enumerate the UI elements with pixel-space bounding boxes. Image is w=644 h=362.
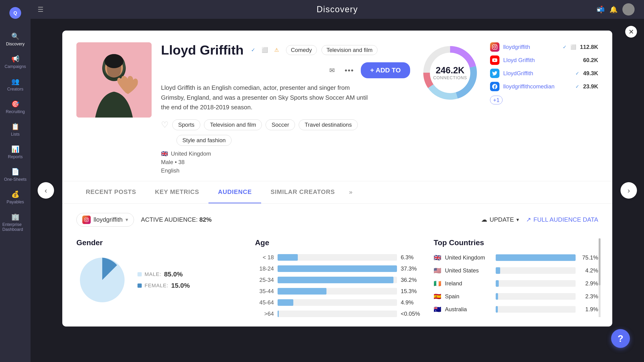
gender-section: Gender (76, 238, 241, 317)
sidebar-item-recruiting[interactable]: 🎯 Recruiting (0, 96, 30, 118)
sidebar-item-discovery[interactable]: 🔍 Discovery (0, 28, 30, 51)
sidebar-item-payables[interactable]: 💰 Payables (0, 186, 30, 209)
age-value-3: 15.3% (401, 288, 420, 294)
country-name-3: Spain (445, 293, 492, 300)
age-section: Age < 18 6.3% 18-24 37.3% 25-34 36.2% 35… (255, 238, 420, 317)
sidebar-item-creators[interactable]: 👥 Creators (0, 73, 30, 96)
country-bar-fill-3 (496, 293, 498, 300)
facebook-username[interactable]: lloydgriffithcomedian (503, 83, 572, 90)
alerts-icon[interactable]: 🔔 (610, 6, 618, 14)
female-value: 15.0% (171, 282, 190, 289)
instagram-verified-icon: ✓ (563, 44, 567, 50)
gender-legend: MALE: 85.0% FEMALE: 15.0% (138, 270, 190, 289)
add-to-button[interactable]: + ADD TO (361, 62, 410, 78)
country-bar-track-4 (496, 306, 576, 313)
age-label-4: 45-64 (255, 299, 274, 306)
active-audience-label: ACTIVE AUDIENCE: 82% (141, 216, 212, 223)
male-label: MALE: (144, 271, 161, 278)
country-bar-track-1 (496, 267, 576, 274)
full-audience-data-link[interactable]: ↗ FULL AUDIENCE DATA (526, 216, 598, 223)
facebook-icon (490, 82, 500, 91)
enterprise-icon: 🏢 (11, 213, 20, 221)
notifications-icon[interactable]: 📬 (596, 6, 605, 14)
scrollbar-track[interactable] (599, 238, 600, 317)
instagram-copy-icon[interactable]: ⬜ (570, 44, 576, 50)
scrollbar-thumb[interactable] (599, 238, 600, 285)
menu-icon[interactable]: ☰ (38, 6, 44, 14)
sidebar-label-discovery: Discovery (6, 42, 24, 46)
sidebar-item-lists[interactable]: 📋 Lists (0, 118, 30, 141)
country-row-0: 🇬🇧 United Kingdom 75.1% (434, 254, 598, 262)
social-row-twitter: LloydGriffith ✓ 49.3K (490, 69, 598, 78)
country-name-2: Ireland (445, 280, 492, 287)
instagram-count: 112.8K (580, 44, 598, 50)
instagram-username[interactable]: lloydgriffith (503, 44, 559, 50)
more-actions-icon[interactable]: ••• (344, 64, 355, 76)
modal-close-button[interactable]: ✕ (625, 26, 637, 38)
age-bar-fill-4 (278, 299, 293, 306)
country-flag-2: 🇮🇪 (434, 280, 441, 287)
age-value-4: 4.9% (401, 299, 420, 306)
age-bar-track-0 (278, 254, 397, 261)
male-value: 85.0% (164, 270, 182, 278)
update-button[interactable]: ☁ UPDATE ▾ (481, 216, 519, 223)
sidebar-label-lists: Lists (11, 132, 20, 137)
country-bar-fill-2 (496, 280, 499, 287)
country-row: 🇬🇧 United Kingdom (161, 150, 410, 157)
twitter-username[interactable]: LloydGriffith (503, 70, 572, 77)
youtube-username[interactable]: Lloyd Griffith (503, 57, 579, 64)
profile-actions: ✉ ••• + ADD TO (326, 62, 410, 78)
interest-soccer[interactable]: Soccer (266, 120, 295, 130)
interest-fashion[interactable]: Style and fashion (176, 135, 232, 146)
creator-bio: Lloyd Griffith is an English comedian, a… (161, 83, 372, 112)
topbar-actions: 📬 🔔 (596, 3, 634, 16)
gender-label: Male • 38 (161, 159, 184, 166)
campaigns-icon: 📢 (11, 55, 20, 63)
user-avatar[interactable] (622, 3, 634, 16)
male-legend: MALE: 85.0% (138, 270, 190, 278)
category-tag-tv[interactable]: Television and film (322, 45, 378, 55)
copy-icon[interactable]: ⬜ (260, 45, 270, 55)
email-action-icon[interactable]: ✉ (326, 64, 338, 76)
country-value-4: 1.9% (579, 306, 598, 313)
age-bars: < 18 6.3% 18-24 37.3% 25-34 36.2% 35-44 … (255, 254, 420, 317)
more-accounts-link[interactable]: +1 (490, 96, 502, 104)
female-label: FEMALE: (144, 282, 168, 289)
gender-pie-svg (76, 254, 128, 306)
update-cloud-icon: ☁ (481, 216, 487, 223)
sidebar-item-campaigns[interactable]: 📢 Campaigns (0, 51, 30, 73)
creator-meta: 🇬🇧 United Kingdom Male • 38 English (161, 150, 410, 174)
age-bar-track-1 (278, 266, 397, 272)
tabs-more-button[interactable]: » (344, 182, 357, 203)
external-link-icon: ↗ (526, 216, 531, 223)
help-button[interactable]: ? (611, 329, 630, 348)
sidebar-label-reports: Reports (8, 154, 22, 159)
country-bar-track-2 (496, 280, 576, 287)
sidebar-item-onesheets[interactable]: 📄 One-Sheets (0, 164, 30, 186)
logo-icon: Q (10, 7, 21, 19)
tab-recent-posts[interactable]: RECENT POSTS (76, 181, 146, 203)
tab-audience[interactable]: AUDIENCE (208, 181, 261, 203)
age-label-1: 18-24 (255, 266, 274, 272)
social-row-youtube: Lloyd Griffith 60.2K (490, 56, 598, 65)
creator-modal: Lloyd Griffith ✓ ⬜ ⚠ Comedy Television a… (62, 30, 612, 326)
creator-photo (76, 42, 152, 118)
tab-similar-creators[interactable]: SIMILAR CREATORS (261, 181, 344, 203)
country-flag: 🇬🇧 (161, 150, 168, 157)
favorite-icon[interactable]: ♡ (161, 120, 168, 130)
platform-selector[interactable]: lloydgriffith ▾ (76, 213, 134, 226)
tab-key-metrics[interactable]: KEY METRICS (146, 181, 208, 203)
interest-tv[interactable]: Television and film (204, 120, 262, 130)
demographics-grid: Gender (76, 238, 598, 317)
nav-next-button[interactable]: › (620, 182, 637, 199)
youtube-count: 60.2K (583, 57, 598, 64)
sidebar-label-recruiting: Recruiting (6, 109, 25, 114)
category-tag-comedy[interactable]: Comedy (286, 45, 317, 55)
interest-travel[interactable]: Travel destinations (299, 120, 358, 130)
age-label-3: 35-44 (255, 288, 274, 294)
sidebar-item-reports[interactable]: 📊 Reports (0, 141, 30, 164)
interest-sports[interactable]: Sports (172, 120, 200, 130)
nav-prev-button[interactable]: ‹ (38, 182, 54, 199)
sidebar-item-enterprise[interactable]: 🏢 Enterprise Dashboard (0, 209, 30, 236)
sidebar-label-enterprise: Enterprise Dashboard (2, 222, 28, 232)
